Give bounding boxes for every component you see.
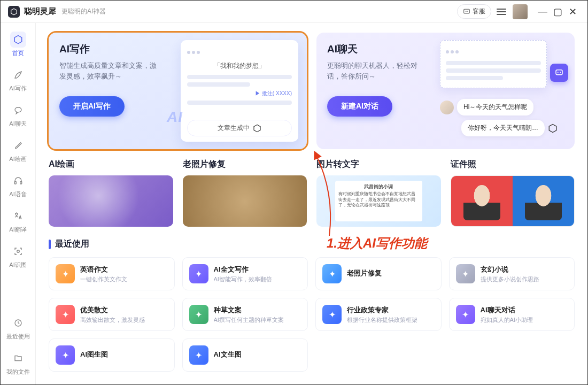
headphone-icon <box>10 173 26 189</box>
mock-footer-text: 文章生成中 <box>218 124 250 133</box>
mock-note: ▶ 批注( XXXX) <box>187 90 292 97</box>
tile-image <box>451 175 575 227</box>
sidebar-label: AI识图 <box>9 261 26 269</box>
recent-item-icon: ✦ <box>56 305 75 324</box>
chat-icon <box>463 8 470 16</box>
sidebar-item-files[interactable]: 我的文件 <box>1 347 35 379</box>
main-content: AI写作 智能生成高质量文章和文案，激发灵感，效率飙升～ 开启AI写作 AI 「… <box>36 23 587 384</box>
maximize-button[interactable]: ▢ <box>550 6 565 18</box>
recent-item-icon: ✦ <box>56 345 75 365</box>
recent-item[interactable]: ✦ AI文生图 <box>182 338 308 372</box>
tile-image <box>183 175 307 227</box>
recent-item-title: 老照片修复 <box>347 268 382 278</box>
sidebar-label: AI语音 <box>9 190 26 198</box>
recent-item-sub: 高效输出散文，激发灵感 <box>80 316 145 324</box>
folder-icon <box>10 350 26 366</box>
svg-rect-5 <box>14 182 16 184</box>
recent-item-sub: AI撰写任何主题的种草文案 <box>214 316 284 324</box>
bot-avatar-icon <box>440 101 454 114</box>
recent-item-icon: ✦ <box>189 305 208 324</box>
recent-item-icon: ✦ <box>322 264 342 283</box>
recent-item-title: AI图生图 <box>80 350 108 359</box>
chat-bubble: Hi～今天的天气怎样呢 <box>457 99 533 116</box>
recent-item-title: 种草文案 <box>214 305 284 315</box>
recent-item[interactable]: ✦ AI全文写作 AI智能写作，效率翻倍 <box>182 257 308 290</box>
sidebar-item-recent[interactable]: 最近使用 <box>1 312 35 344</box>
sidebar-label: 首页 <box>12 49 24 57</box>
pen-icon <box>10 67 26 83</box>
svg-point-2 <box>466 11 467 11</box>
hero-desc: 智能生成高质量文章和文案，激发灵感，效率飙升～ <box>59 60 161 81</box>
sidebar-label: AI翻译 <box>9 226 26 234</box>
minimize-button[interactable]: — <box>535 6 550 17</box>
app-subtitle: 更聪明的AI神器 <box>61 7 106 16</box>
home-icon <box>10 32 26 48</box>
recent-item[interactable]: ✦ 老照片修复 <box>315 257 442 290</box>
recent-item[interactable]: ✦ 优美散文 高效输出散文，激发灵感 <box>49 298 175 331</box>
hero-card-writing[interactable]: AI写作 智能生成高质量文章和文案，激发灵感，效率飙升～ 开启AI写作 AI 「… <box>49 33 307 149</box>
sidebar-label: AI写作 <box>9 84 26 93</box>
tile-ocr[interactable]: 图片转文字 武昌街的小调 有时候到重庆随笔书总会不自觉地想武昌街去走一走了，最近… <box>316 159 441 227</box>
app-name: 聪明灵犀 <box>24 6 56 17</box>
tile-image: 武昌街的小调 有时候到重庆随笔书总会不自觉地想武昌街去走一走了，最近发现武昌街大… <box>316 175 441 227</box>
recent-item-sub: AI智能写作，效率翻倍 <box>214 275 272 283</box>
recent-item[interactable]: ✦ 种草文案 AI撰写任何主题的种草文案 <box>182 298 308 331</box>
recent-item-title: 行业政策专家 <box>347 305 417 315</box>
recent-item-sub: 宛如真人的AI小助理 <box>481 316 533 324</box>
tile-idphoto[interactable]: 证件照 <box>451 159 575 227</box>
tile-image <box>49 175 173 227</box>
recent-item-icon: ✦ <box>189 264 208 283</box>
sidebar-item-voice[interactable]: AI语音 <box>1 170 35 202</box>
scan-icon <box>10 243 26 259</box>
sidebar-item-writing[interactable]: AI写作 <box>1 64 35 96</box>
recent-item-sub: 一键创作英文作文 <box>80 275 127 283</box>
sidebar-item-home[interactable]: 首页 <box>1 28 35 60</box>
recent-item-sub: 根据行业名称提供政策框架 <box>347 316 417 324</box>
svg-point-10 <box>558 72 559 73</box>
section-title: 最近使用 <box>55 238 89 250</box>
sidebar-label: AI聊天 <box>9 120 26 128</box>
app-logo <box>8 6 20 18</box>
svg-point-4 <box>15 107 21 112</box>
user-avatar[interactable] <box>513 4 528 19</box>
recent-item[interactable]: ✦ AI图生图 <box>49 338 175 372</box>
recent-item-title: 英语作文 <box>80 265 127 274</box>
writing-mock-preview: AI 「我和我的梦想」 ▶ 批注( XXXX) 文章生成中 <box>181 40 298 142</box>
svg-point-3 <box>467 11 468 11</box>
recent-item-icon: ✦ <box>456 305 475 324</box>
sidebar-item-ocr[interactable]: AI识图 <box>1 240 35 272</box>
recent-item[interactable]: ✦ 英语作文 一键创作英文作文 <box>49 257 175 290</box>
clock-icon <box>10 315 26 331</box>
recent-item[interactable]: ✦ AI聊天对话 宛如真人的AI小助理 <box>449 298 575 331</box>
tile-photo-restore[interactable]: 老照片修复 <box>183 159 307 227</box>
chat-bubble: 你好呀，今天天气晴朗… <box>461 120 545 136</box>
titlebar: 聪明灵犀 更聪明的AI神器 客服 — ▢ ✕ <box>1 1 587 23</box>
sidebar-item-painting[interactable]: AI绘画 <box>1 134 35 166</box>
svg-rect-6 <box>20 182 21 184</box>
hero-card-chat[interactable]: AI聊天 更聪明的聊天机器人，轻松对话，答你所问～ 新建AI对话 <box>316 33 575 149</box>
menu-button[interactable] <box>497 7 506 17</box>
recent-item[interactable]: ✦ 行业政策专家 根据行业名称提供政策框架 <box>315 298 442 331</box>
new-chat-button[interactable]: 新建AI对话 <box>327 96 392 117</box>
recent-item-title: AI全文写作 <box>214 265 272 274</box>
tile-title: AI绘画 <box>49 159 173 170</box>
recent-item-title: 优美散文 <box>80 305 145 315</box>
recent-section-head: 最近使用 <box>49 238 575 250</box>
chat-mock-preview: Hi～今天的天气怎样呢 你好呀，今天天气晴朗… <box>440 40 568 136</box>
recent-item-icon: ✦ <box>456 264 475 283</box>
recent-item-icon: ✦ <box>56 264 75 283</box>
recent-item-title: 玄幻小说 <box>481 265 539 274</box>
tile-painting[interactable]: AI绘画 <box>49 159 173 227</box>
sidebar: 首页 AI写作 AI聊天 AI绘画 AI语音 AI翻译 AI识图 最 <box>1 23 36 384</box>
support-button[interactable]: 客服 <box>457 4 491 19</box>
hero-desc: 更聪明的聊天机器人，轻松对话，答你所问～ <box>327 60 429 81</box>
tile-title: 老照片修复 <box>183 159 307 170</box>
svg-point-11 <box>560 72 561 73</box>
close-button[interactable]: ✕ <box>565 6 580 18</box>
start-writing-button[interactable]: 开启AI写作 <box>59 96 125 117</box>
sidebar-item-translate[interactable]: AI翻译 <box>1 205 35 237</box>
ocr-doc-body: 有时候到重庆随笔书总会不自觉地想武昌街去走一走了，最近发现武昌街大大不同了，无论… <box>338 191 419 208</box>
recent-item-sub: 提供更多小说创作思路 <box>481 275 539 283</box>
recent-item[interactable]: ✦ 玄幻小说 提供更多小说创作思路 <box>449 257 575 290</box>
sidebar-item-chat[interactable]: AI聊天 <box>1 99 35 131</box>
